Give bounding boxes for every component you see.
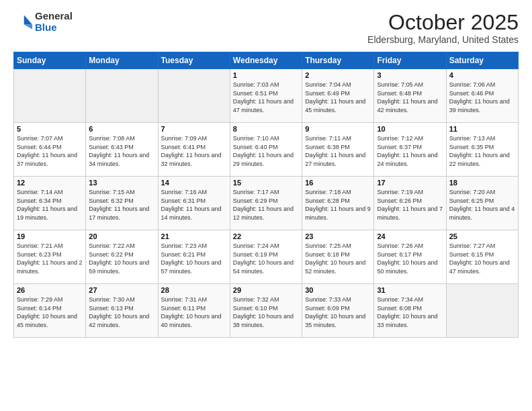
day-info: Sunrise: 7:18 AM Sunset: 6:28 PM Dayligh… bbox=[305, 188, 371, 222]
calendar-cell: 29Sunrise: 7:32 AM Sunset: 6:10 PM Dayli… bbox=[230, 284, 302, 338]
header: General Blue October 2025 Eldersburg, Ma… bbox=[13, 11, 519, 45]
calendar-cell: 21Sunrise: 7:23 AM Sunset: 6:21 PM Dayli… bbox=[158, 230, 230, 284]
day-info: Sunrise: 7:21 AM Sunset: 6:23 PM Dayligh… bbox=[17, 242, 83, 275]
title-block: October 2025 Eldersburg, Maryland, Unite… bbox=[367, 11, 519, 45]
weekday-header-row: SundayMondayTuesdayWednesdayThursdayFrid… bbox=[14, 52, 519, 69]
day-info: Sunrise: 7:09 AM Sunset: 6:41 PM Dayligh… bbox=[161, 134, 227, 168]
calendar-week-1: 1Sunrise: 7:03 AM Sunset: 6:51 PM Daylig… bbox=[14, 69, 519, 123]
calendar-cell: 23Sunrise: 7:25 AM Sunset: 6:18 PM Dayli… bbox=[302, 230, 374, 284]
calendar-cell: 3Sunrise: 7:05 AM Sunset: 6:48 PM Daylig… bbox=[374, 69, 446, 123]
calendar-cell: 24Sunrise: 7:26 AM Sunset: 6:17 PM Dayli… bbox=[374, 230, 446, 284]
location-subtitle: Eldersburg, Maryland, United States bbox=[367, 34, 519, 45]
day-number: 10 bbox=[377, 125, 443, 133]
day-number: 3 bbox=[377, 71, 443, 79]
day-number: 7 bbox=[161, 125, 227, 133]
weekday-header-sunday: Sunday bbox=[14, 52, 86, 69]
calendar-cell: 27Sunrise: 7:30 AM Sunset: 6:13 PM Dayli… bbox=[86, 284, 158, 338]
calendar-week-5: 26Sunrise: 7:29 AM Sunset: 6:14 PM Dayli… bbox=[14, 284, 519, 338]
calendar-table: SundayMondayTuesdayWednesdayThursdayFrid… bbox=[13, 52, 519, 338]
month-title: October 2025 bbox=[367, 11, 519, 34]
day-info: Sunrise: 7:15 AM Sunset: 6:32 PM Dayligh… bbox=[89, 188, 154, 222]
day-number: 16 bbox=[305, 179, 371, 187]
day-number: 31 bbox=[377, 286, 443, 294]
calendar-cell: 19Sunrise: 7:21 AM Sunset: 6:23 PM Dayli… bbox=[14, 230, 86, 284]
day-number: 20 bbox=[89, 232, 154, 240]
day-info: Sunrise: 7:30 AM Sunset: 6:13 PM Dayligh… bbox=[89, 295, 154, 329]
calendar-week-2: 5Sunrise: 7:07 AM Sunset: 6:44 PM Daylig… bbox=[14, 123, 519, 177]
day-number: 19 bbox=[17, 232, 83, 240]
day-number: 22 bbox=[233, 232, 299, 240]
day-info: Sunrise: 7:11 AM Sunset: 6:38 PM Dayligh… bbox=[305, 134, 371, 168]
day-number: 1 bbox=[233, 71, 299, 79]
day-number: 9 bbox=[305, 125, 371, 133]
calendar-week-4: 19Sunrise: 7:21 AM Sunset: 6:23 PM Dayli… bbox=[14, 230, 519, 284]
calendar-cell bbox=[446, 284, 518, 338]
calendar-cell: 15Sunrise: 7:17 AM Sunset: 6:29 PM Dayli… bbox=[230, 177, 302, 230]
day-number: 8 bbox=[233, 125, 299, 133]
calendar-cell: 25Sunrise: 7:27 AM Sunset: 6:15 PM Dayli… bbox=[446, 230, 518, 284]
day-info: Sunrise: 7:25 AM Sunset: 6:18 PM Dayligh… bbox=[305, 242, 371, 275]
weekday-header-wednesday: Wednesday bbox=[230, 52, 302, 69]
day-info: Sunrise: 7:13 AM Sunset: 6:35 PM Dayligh… bbox=[449, 134, 515, 168]
day-number: 6 bbox=[89, 125, 154, 133]
calendar-cell: 31Sunrise: 7:34 AM Sunset: 6:08 PM Dayli… bbox=[374, 284, 446, 338]
day-number: 24 bbox=[377, 232, 443, 240]
day-info: Sunrise: 7:05 AM Sunset: 6:48 PM Dayligh… bbox=[377, 81, 443, 114]
calendar-cell: 4Sunrise: 7:06 AM Sunset: 6:46 PM Daylig… bbox=[446, 69, 518, 123]
day-number: 5 bbox=[17, 125, 83, 133]
day-number: 13 bbox=[89, 179, 154, 187]
calendar-cell bbox=[86, 69, 158, 123]
calendar-cell: 9Sunrise: 7:11 AM Sunset: 6:38 PM Daylig… bbox=[302, 123, 374, 177]
calendar-cell: 28Sunrise: 7:31 AM Sunset: 6:11 PM Dayli… bbox=[158, 284, 230, 338]
calendar-cell: 5Sunrise: 7:07 AM Sunset: 6:44 PM Daylig… bbox=[14, 123, 86, 177]
day-number: 21 bbox=[161, 232, 227, 240]
weekday-header-friday: Friday bbox=[374, 52, 446, 69]
day-number: 30 bbox=[305, 286, 371, 294]
day-number: 18 bbox=[449, 179, 515, 187]
day-number: 28 bbox=[161, 286, 227, 294]
day-info: Sunrise: 7:22 AM Sunset: 6:22 PM Dayligh… bbox=[89, 242, 154, 275]
day-info: Sunrise: 7:16 AM Sunset: 6:31 PM Dayligh… bbox=[161, 188, 227, 222]
calendar-header: SundayMondayTuesdayWednesdayThursdayFrid… bbox=[14, 52, 519, 69]
day-number: 12 bbox=[17, 179, 83, 187]
calendar-week-3: 12Sunrise: 7:14 AM Sunset: 6:34 PM Dayli… bbox=[14, 177, 519, 230]
calendar-cell bbox=[14, 69, 86, 123]
day-number: 29 bbox=[233, 286, 299, 294]
day-number: 26 bbox=[17, 286, 83, 294]
calendar-body: 1Sunrise: 7:03 AM Sunset: 6:51 PM Daylig… bbox=[14, 69, 519, 338]
logo-blue-text: Blue bbox=[35, 22, 73, 34]
day-info: Sunrise: 7:27 AM Sunset: 6:15 PM Dayligh… bbox=[449, 242, 515, 275]
day-info: Sunrise: 7:08 AM Sunset: 6:43 PM Dayligh… bbox=[89, 134, 154, 168]
calendar-cell: 2Sunrise: 7:04 AM Sunset: 6:49 PM Daylig… bbox=[302, 69, 374, 123]
day-info: Sunrise: 7:04 AM Sunset: 6:49 PM Dayligh… bbox=[305, 81, 371, 114]
day-info: Sunrise: 7:20 AM Sunset: 6:25 PM Dayligh… bbox=[449, 188, 515, 222]
weekday-header-monday: Monday bbox=[86, 52, 158, 69]
weekday-header-saturday: Saturday bbox=[446, 52, 518, 69]
day-info: Sunrise: 7:19 AM Sunset: 6:26 PM Dayligh… bbox=[377, 188, 443, 222]
calendar-cell: 26Sunrise: 7:29 AM Sunset: 6:14 PM Dayli… bbox=[14, 284, 86, 338]
logo-general-text: General bbox=[35, 11, 73, 22]
day-info: Sunrise: 7:23 AM Sunset: 6:21 PM Dayligh… bbox=[161, 242, 227, 275]
calendar-cell: 17Sunrise: 7:19 AM Sunset: 6:26 PM Dayli… bbox=[374, 177, 446, 230]
day-info: Sunrise: 7:29 AM Sunset: 6:14 PM Dayligh… bbox=[17, 295, 83, 329]
day-info: Sunrise: 7:31 AM Sunset: 6:11 PM Dayligh… bbox=[161, 295, 227, 329]
calendar-cell: 7Sunrise: 7:09 AM Sunset: 6:41 PM Daylig… bbox=[158, 123, 230, 177]
day-info: Sunrise: 7:26 AM Sunset: 6:17 PM Dayligh… bbox=[377, 242, 443, 275]
day-number: 11 bbox=[449, 125, 515, 133]
day-number: 14 bbox=[161, 179, 227, 187]
day-info: Sunrise: 7:34 AM Sunset: 6:08 PM Dayligh… bbox=[377, 295, 443, 329]
calendar-cell: 6Sunrise: 7:08 AM Sunset: 6:43 PM Daylig… bbox=[86, 123, 158, 177]
calendar-cell: 14Sunrise: 7:16 AM Sunset: 6:31 PM Dayli… bbox=[158, 177, 230, 230]
day-number: 17 bbox=[377, 179, 443, 187]
logo-text: General Blue bbox=[35, 11, 73, 33]
day-info: Sunrise: 7:07 AM Sunset: 6:44 PM Dayligh… bbox=[17, 134, 83, 168]
day-info: Sunrise: 7:12 AM Sunset: 6:37 PM Dayligh… bbox=[377, 134, 443, 168]
day-number: 4 bbox=[449, 71, 515, 79]
day-info: Sunrise: 7:14 AM Sunset: 6:34 PM Dayligh… bbox=[17, 188, 83, 222]
day-info: Sunrise: 7:03 AM Sunset: 6:51 PM Dayligh… bbox=[233, 81, 299, 114]
day-number: 2 bbox=[305, 71, 371, 79]
day-number: 23 bbox=[305, 232, 371, 240]
day-info: Sunrise: 7:06 AM Sunset: 6:46 PM Dayligh… bbox=[449, 81, 515, 114]
calendar-cell: 8Sunrise: 7:10 AM Sunset: 6:40 PM Daylig… bbox=[230, 123, 302, 177]
day-info: Sunrise: 7:10 AM Sunset: 6:40 PM Dayligh… bbox=[233, 134, 299, 168]
